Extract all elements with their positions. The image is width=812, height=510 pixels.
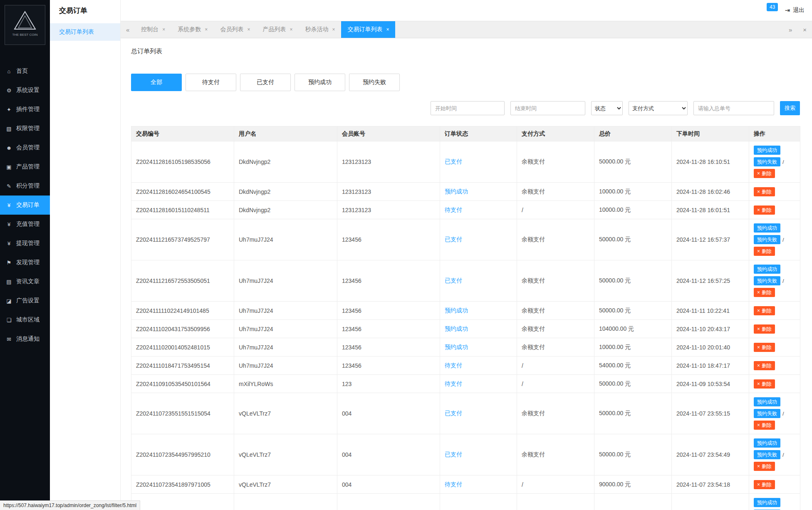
- reserve-success-button[interactable]: 预约成功: [754, 397, 780, 406]
- order-status-link[interactable]: 已支付: [445, 277, 462, 284]
- order-status-link[interactable]: 已支付: [445, 451, 462, 458]
- order-status-link[interactable]: 待支付: [445, 380, 462, 387]
- delete-button[interactable]: ×删除: [754, 361, 775, 370]
- order-status-link[interactable]: 待支付: [445, 206, 462, 213]
- table-row: Z2024112816024654100545DkdNvjngp21231231…: [131, 183, 800, 201]
- order-status-link[interactable]: 待支付: [445, 362, 462, 369]
- reserve-fail-button[interactable]: 预约失败: [754, 157, 780, 166]
- sidebar-item-member-management[interactable]: ☻会员管理: [0, 138, 50, 157]
- delete-button[interactable]: ×删除: [754, 306, 775, 315]
- tabs-scroll-left-icon[interactable]: «: [121, 21, 135, 38]
- reserve-fail-button[interactable]: 预约失败: [754, 276, 780, 285]
- filter-all[interactable]: 全部: [131, 74, 182, 91]
- tab-system-params[interactable]: 系统参数×: [171, 21, 214, 38]
- order-no-input[interactable]: [693, 101, 774, 115]
- sidebar-item-message-notice[interactable]: ✉消息通知: [0, 329, 50, 349]
- filter-reserve-success[interactable]: 预约成功: [295, 74, 345, 91]
- order-status-link[interactable]: 预约成功: [445, 344, 468, 350]
- tab-close-icon[interactable]: ×: [162, 27, 165, 32]
- order-status-link[interactable]: 已支付: [445, 158, 462, 165]
- order-status-link[interactable]: 待支付: [445, 481, 462, 488]
- filter-unpaid[interactable]: 待支付: [186, 74, 236, 91]
- delete-x-icon: ×: [757, 381, 760, 386]
- logout-button[interactable]: ⇥ 退出: [785, 7, 805, 14]
- delete-button[interactable]: ×删除: [754, 324, 775, 334]
- cell-total-price: 50000.00 元: [594, 494, 672, 510]
- tabs-close-icon[interactable]: ×: [797, 21, 812, 38]
- filter-paid[interactable]: 已支付: [240, 74, 291, 91]
- tab-trade-order-list[interactable]: 交易订单列表×: [341, 21, 395, 38]
- sidebar-item-plugin-management[interactable]: ✦插件管理: [0, 100, 50, 119]
- reserve-fail-button[interactable]: 预约失败: [754, 235, 780, 244]
- cell-pay-method: /: [517, 375, 594, 393]
- order-status-link[interactable]: 预约成功: [445, 307, 468, 314]
- order-status-link[interactable]: 预约成功: [445, 188, 468, 195]
- search-toolbar: 状态 支付方式 搜索: [131, 101, 800, 115]
- tab-close-icon[interactable]: ×: [205, 27, 208, 32]
- column-header: 交易编号: [131, 126, 234, 141]
- delete-button[interactable]: ×删除: [754, 421, 775, 430]
- sidebar-item-discovery-management[interactable]: ⚑发现管理: [0, 253, 50, 272]
- end-time-input[interactable]: [510, 101, 585, 115]
- reserve-success-button[interactable]: 预约成功: [754, 438, 780, 448]
- sidebar-item-points-management[interactable]: ✎积分管理: [0, 176, 50, 196]
- delete-button[interactable]: ×删除: [754, 343, 775, 352]
- sidebar-item-ad-settings[interactable]: ◪广告设置: [0, 291, 50, 310]
- tab-label: 控制台: [141, 26, 158, 33]
- sidebar-item-home[interactable]: ⌂首页: [0, 62, 50, 81]
- order-status-link[interactable]: 已支付: [445, 410, 462, 416]
- tab-member-list[interactable]: 会员列表×: [214, 21, 256, 38]
- pay-method-select[interactable]: 支付方式: [629, 101, 688, 115]
- delete-button[interactable]: ×删除: [754, 205, 775, 215]
- sidebar-item-product-management[interactable]: ▣产品管理: [0, 157, 50, 176]
- delete-button[interactable]: ×删除: [754, 379, 775, 389]
- tab-close-icon[interactable]: ×: [290, 27, 292, 32]
- cell-status: 已支付: [440, 393, 517, 434]
- sidebar-item-system-settings[interactable]: ⚙系统设置: [0, 81, 50, 100]
- reserve-fail-button[interactable]: 预约失败: [754, 409, 780, 418]
- tabs-scroll-right-icon[interactable]: »: [783, 21, 797, 38]
- action-buttons: ×删除: [754, 478, 795, 491]
- start-time-input[interactable]: [431, 101, 505, 115]
- cell-username: DkdNvjngp2: [234, 141, 337, 183]
- sidebar-item-trade-orders[interactable]: ¥交易订单: [0, 196, 50, 215]
- tab-product-list[interactable]: 产品列表×: [256, 21, 299, 38]
- reserve-success-button[interactable]: 预约成功: [754, 146, 780, 155]
- sidebar-item-withdraw-management[interactable]: ¥提现管理: [0, 234, 50, 253]
- notification-badge[interactable]: 43: [767, 3, 778, 11]
- tab-close-icon[interactable]: ×: [386, 27, 389, 32]
- reserve-success-button[interactable]: 预约成功: [754, 265, 780, 274]
- filter-reserve-fail[interactable]: 预约失败: [349, 74, 400, 91]
- tab-close-icon[interactable]: ×: [332, 27, 335, 32]
- delete-button[interactable]: ×删除: [754, 462, 775, 471]
- sidebar-item-permission-management[interactable]: ▧权限管理: [0, 119, 50, 138]
- table-row: Z2024110910535450101564mXilYLRoWs123待支付/…: [131, 375, 800, 393]
- sidebar-item-news-articles[interactable]: ▤资讯文章: [0, 272, 50, 291]
- status-select[interactable]: 状态: [591, 101, 623, 115]
- search-button[interactable]: 搜索: [780, 101, 800, 115]
- tab-console[interactable]: 控制台×: [135, 21, 171, 38]
- cell-actions: 预约成功预约失败/×删除: [749, 494, 800, 510]
- cell-status: 已支付: [440, 141, 517, 183]
- tab-close-icon[interactable]: ×: [247, 27, 250, 32]
- delete-button[interactable]: ×删除: [754, 187, 775, 196]
- cell-actions: ×删除: [749, 338, 800, 357]
- delete-button[interactable]: ×删除: [754, 288, 775, 297]
- action-buttons: 预约成功预约失败/×删除: [754, 437, 795, 473]
- submenu-item-trade-order-list[interactable]: 交易订单列表: [50, 23, 120, 41]
- sidebar-item-city-region[interactable]: ❏城市区域: [0, 310, 50, 329]
- table-row: Z2024111020014052481015Uh7muJ7J24123456预…: [131, 338, 800, 357]
- reserve-success-button[interactable]: 预约成功: [754, 498, 780, 507]
- delete-button[interactable]: ×删除: [754, 480, 775, 489]
- order-status-link[interactable]: 已支付: [445, 236, 462, 243]
- reserve-fail-button[interactable]: 预约失败: [754, 450, 780, 459]
- sidebar-item-label: 首页: [16, 67, 28, 75]
- cell-status: 已支付: [440, 434, 517, 475]
- page-title: 总订单列表: [131, 47, 800, 55]
- reserve-success-button[interactable]: 预约成功: [754, 223, 780, 233]
- sidebar-item-recharge-management[interactable]: ¥充值管理: [0, 215, 50, 234]
- order-status-link[interactable]: 预约成功: [445, 325, 468, 332]
- tab-seckill-activity[interactable]: 秒杀活动×: [299, 21, 341, 38]
- delete-button[interactable]: ×删除: [754, 247, 775, 256]
- delete-button[interactable]: ×删除: [754, 169, 775, 178]
